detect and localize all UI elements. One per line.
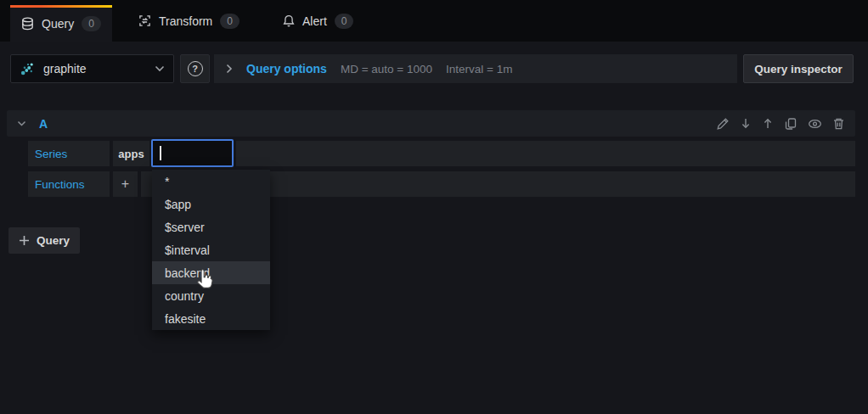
mouse-pointer-icon xyxy=(194,268,214,290)
text-caret xyxy=(160,146,161,160)
dropdown-option[interactable]: $app xyxy=(152,193,270,215)
add-query-button[interactable]: Query xyxy=(8,227,80,254)
query-row-actions xyxy=(716,117,845,131)
chevron-right-icon xyxy=(226,64,233,74)
tab-alert[interactable]: Alert 0 xyxy=(283,0,353,42)
series-segment-apps[interactable]: apps xyxy=(113,141,149,166)
query-options-toggle[interactable]: Query options xyxy=(246,62,327,76)
duplicate-icon[interactable] xyxy=(784,117,798,131)
graphite-logo-icon xyxy=(20,61,35,76)
interval-value: Interval = 1m xyxy=(446,63,512,76)
query-ref-id[interactable]: A xyxy=(39,117,48,131)
chevron-down-icon xyxy=(155,65,165,72)
query-options-bar: Query options MD = auto = 1000 Interval … xyxy=(214,54,737,83)
tab-query[interactable]: Query 0 xyxy=(10,5,112,42)
series-row-spacer[interactable] xyxy=(236,141,855,166)
datasource-picker[interactable]: graphite xyxy=(10,54,174,83)
functions-label: Functions xyxy=(28,171,110,197)
collapse-chevron-icon[interactable] xyxy=(17,120,26,127)
tab-transform-label: Transform xyxy=(159,14,212,28)
series-label-text[interactable]: Series xyxy=(28,148,67,160)
database-icon xyxy=(21,17,34,31)
bell-icon xyxy=(283,14,295,27)
delete-icon[interactable] xyxy=(832,117,845,131)
series-label: Series xyxy=(28,141,110,166)
add-function-button[interactable]: + xyxy=(113,171,138,197)
tab-query-count-badge: 0 xyxy=(82,16,101,31)
plus-icon xyxy=(19,235,30,246)
datasource-help-button[interactable]: ? xyxy=(180,54,210,83)
edit-icon[interactable] xyxy=(716,117,730,131)
tab-alert-count-badge: 0 xyxy=(335,14,354,29)
functions-label-text[interactable]: Functions xyxy=(28,178,85,191)
move-up-icon[interactable] xyxy=(762,117,774,130)
query-inspector-button[interactable]: Query inspector xyxy=(743,54,854,83)
editor-tab-bar: Query 0 Transform 0 Alert 0 xyxy=(0,0,868,42)
series-segment-input[interactable] xyxy=(151,139,234,167)
move-down-icon[interactable] xyxy=(740,117,752,130)
add-query-label: Query xyxy=(37,234,70,247)
help-icon: ? xyxy=(188,61,203,76)
tab-transform[interactable]: Transform 0 xyxy=(138,0,240,42)
tab-transform-count-badge: 0 xyxy=(220,14,240,29)
tab-query-label: Query xyxy=(42,17,74,31)
series-autocomplete-dropdown: * $app $server $interval backend country… xyxy=(152,170,270,330)
transform-icon xyxy=(138,14,151,27)
dropdown-option[interactable]: $interval xyxy=(152,238,270,261)
dropdown-option[interactable]: $server xyxy=(152,215,270,238)
query-row-header[interactable]: A xyxy=(7,110,855,137)
dropdown-option[interactable]: * xyxy=(152,170,270,193)
max-data-points-value: MD = auto = 1000 xyxy=(341,63,432,76)
query-inspector-label: Query inspector xyxy=(754,63,843,76)
dropdown-option[interactable]: fakesite xyxy=(152,307,270,330)
tab-alert-label: Alert xyxy=(302,14,327,28)
datasource-name: graphite xyxy=(43,62,87,76)
toggle-visibility-icon[interactable] xyxy=(808,118,822,130)
